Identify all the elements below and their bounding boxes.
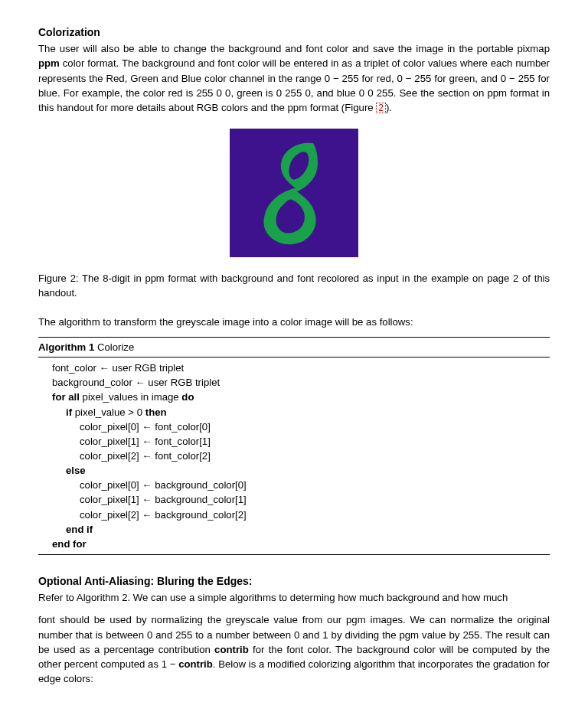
text: color format. The background and font co… bbox=[38, 57, 550, 113]
algo-line: font_color ← user RGB triplet bbox=[52, 361, 550, 375]
algo-line: for all pixel_values in image do bbox=[52, 390, 550, 404]
figure-ref-link[interactable]: 2 bbox=[376, 103, 386, 113]
bold-ppm: ppm bbox=[38, 57, 60, 69]
bold-contrib: contrib bbox=[178, 658, 213, 670]
figure-2 bbox=[38, 129, 550, 261]
algo-line: color_pixel[0] ← font_color[0] bbox=[52, 420, 550, 434]
algo-line: else bbox=[52, 463, 550, 478]
kw-else: else bbox=[66, 465, 86, 476]
text: pixel_values in image bbox=[80, 391, 181, 403]
algorithm-lead-text: The algorithm to transform the greyscale… bbox=[38, 315, 550, 329]
algo-label: Algorithm 1 bbox=[38, 341, 94, 353]
section-heading-colorization: Colorization bbox=[38, 24, 550, 40]
antialias-para-1: Refer to Algorithm 2. We can use a simpl… bbox=[38, 590, 550, 605]
kw-for-all: for all bbox=[52, 391, 80, 403]
text: pixel_value > 0 bbox=[72, 406, 145, 418]
algo-line: color_pixel[0] ← background_color[0] bbox=[52, 478, 550, 492]
algorithm-1-body: font_color ← user RGB triplet background… bbox=[38, 358, 550, 554]
section-heading-antialiasing: Optional Anti-Aliasing: Bluring the Edge… bbox=[38, 573, 550, 589]
antialias-para-2: font should be used by normalizing the g… bbox=[38, 612, 550, 686]
algo-line: background_color ← user RGB triplet bbox=[52, 375, 550, 390]
algo-line: color_pixel[2] ← background_color[2] bbox=[52, 508, 550, 522]
kw-end-if: end if bbox=[66, 524, 93, 535]
text: The user will also be able to change the… bbox=[38, 43, 550, 54]
algo-line: color_pixel[1] ← font_color[1] bbox=[52, 434, 550, 449]
kw-if: if bbox=[66, 406, 72, 418]
algo-line: end for bbox=[52, 537, 550, 551]
text: ). bbox=[386, 102, 392, 113]
colorization-paragraph: The user will also be able to change the… bbox=[38, 41, 550, 115]
algo-line: color_pixel[2] ← font_color[2] bbox=[52, 449, 550, 463]
bold-contrib: contrib bbox=[214, 644, 249, 655]
kw-then: then bbox=[145, 406, 167, 418]
algo-line: if pixel_value > 0 then bbox=[52, 405, 550, 420]
kw-do: do bbox=[181, 391, 194, 403]
figure-2-caption: Figure 2: The 8-digit in ppm format with… bbox=[38, 272, 550, 301]
digit-8-image bbox=[230, 129, 358, 257]
algo-line: color_pixel[1] ← background_color[1] bbox=[52, 492, 550, 507]
algorithm-1-title: Algorithm 1 Colorize bbox=[38, 338, 550, 358]
algorithm-1-box: Algorithm 1 Colorize font_color ← user R… bbox=[38, 337, 550, 555]
kw-end-for: end for bbox=[52, 538, 87, 550]
algo-name: Colorize bbox=[94, 341, 134, 353]
digit-8-svg bbox=[230, 129, 358, 257]
algo-line: end if bbox=[52, 522, 550, 537]
